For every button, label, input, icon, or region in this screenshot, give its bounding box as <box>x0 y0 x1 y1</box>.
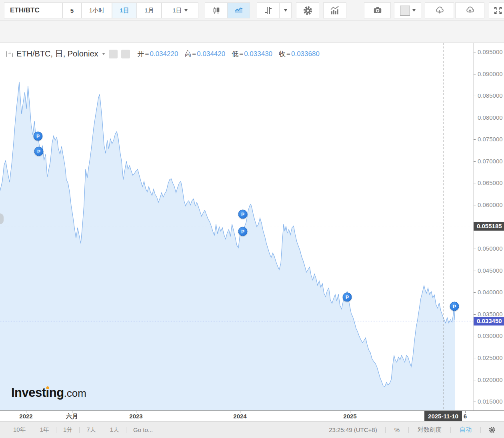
last-price-label: 0.033450 <box>474 317 504 325</box>
save-layout-button[interactable] <box>455 2 484 18</box>
interval-5-button[interactable]: 5 <box>62 2 82 18</box>
close-value: 0.033680 <box>291 50 320 58</box>
interval-1d-button[interactable]: 1日 <box>112 2 137 18</box>
fullscreen-icon <box>493 6 503 15</box>
position-marker[interactable]: P <box>450 302 459 311</box>
position-marker[interactable]: P <box>238 210 248 219</box>
price-axis-tick <box>474 183 476 183</box>
background-color-button[interactable] <box>394 2 421 18</box>
price-axis-tick <box>474 402 476 402</box>
ohlc-readout: 开=0.034220 高=0.034420 低=0.033430 收=0.033… <box>138 49 320 58</box>
price-axis-tick <box>474 292 476 293</box>
chevron-down-icon <box>184 9 188 12</box>
close-label: 收 <box>279 49 286 58</box>
price-tick-label: 0.040000 <box>478 289 503 295</box>
chevron-down-icon[interactable] <box>102 53 105 55</box>
chart-settings-button[interactable] <box>296 2 319 18</box>
price-axis-tick <box>474 74 476 74</box>
low-label: 低 <box>232 49 238 58</box>
chart-legend: ETH/BTC, 日, Poloniex 开=0.034220 高=0.0344… <box>6 48 320 59</box>
position-marker[interactable]: P <box>238 227 248 236</box>
interval-1m-button[interactable]: 1月 <box>137 2 162 18</box>
candlestick-chart-button[interactable] <box>205 2 228 18</box>
price-axis-tick <box>474 118 476 118</box>
scale-cluster: 23:25:49 (UTC+8) % 对数刻度 自动 <box>326 426 498 434</box>
price-axis-tick <box>474 139 476 140</box>
interval-custom-dropdown[interactable]: 1日 <box>162 2 198 18</box>
chevron-down-icon <box>412 9 416 12</box>
price-axis-tick <box>474 314 476 315</box>
interval-1h-button[interactable]: 1小时 <box>82 2 112 18</box>
go-to-date-button[interactable]: Go to... <box>126 425 160 435</box>
chart-pane[interactable]: ETH/BTC, 日, Poloniex 开=0.034220 高=0.0344… <box>0 43 473 410</box>
price-tick-label: 0.045000 <box>478 267 503 274</box>
price-axis-tick <box>474 380 476 380</box>
price-tick-label: 0.090000 <box>478 70 503 77</box>
top-toolbar: ETH/BTC 5 1小时 1日 1月 1日 <box>0 0 504 21</box>
drawing-toolbar <box>0 21 504 43</box>
price-tick-label: 0.080000 <box>478 114 503 121</box>
price-axis-tick <box>474 96 476 96</box>
log-scale-toggle[interactable]: 对数刻度 <box>414 426 445 434</box>
axis-settings-button[interactable] <box>486 426 498 434</box>
interval-dropdown-label: 1日 <box>172 7 182 14</box>
price-axis-tick <box>474 271 476 271</box>
low-value: 0.033430 <box>244 50 272 58</box>
price-tick-label: 0.025000 <box>478 354 503 361</box>
time-tick-label: 6 <box>464 413 467 420</box>
color-swatch <box>400 6 410 16</box>
time-tick-label: 2024 <box>233 413 246 420</box>
crosshair-price-label: 0.055185 <box>474 222 504 231</box>
series-settings-button[interactable] <box>121 50 130 58</box>
fullscreen-button[interactable] <box>489 2 504 18</box>
range-10y-button[interactable]: 10年 <box>6 425 33 435</box>
position-marker[interactable]: P <box>34 132 43 141</box>
symbol-button[interactable]: ETH/BTC <box>4 2 62 18</box>
price-tick-label: 0.070000 <box>478 158 503 165</box>
range-cluster: 10年 1年 1分 7天 1天 Go to... <box>6 425 160 435</box>
price-tick-label: 0.030000 <box>478 332 503 339</box>
time-tick-label: 2025 <box>343 413 356 420</box>
candlestick-icon <box>212 6 221 15</box>
auto-scale-toggle[interactable]: 自动 <box>456 426 475 434</box>
indicators-button[interactable] <box>323 2 346 18</box>
time-tick-label: 2022 <box>19 413 32 420</box>
gear-outline-icon <box>488 426 496 434</box>
clock-readout: 23:25:49 (UTC+8) <box>326 426 379 433</box>
gear-icon <box>6 48 14 56</box>
price-axis-tick <box>474 249 476 249</box>
toggle-visibility-button[interactable] <box>109 50 118 58</box>
investing-watermark: Investing.com <box>11 386 86 400</box>
screenshot-button[interactable] <box>364 2 391 18</box>
percent-scale-toggle[interactable]: % <box>391 426 403 433</box>
range-1y-button[interactable]: 1年 <box>33 425 56 435</box>
price-axis-tick <box>474 358 476 358</box>
position-marker[interactable]: P <box>34 147 44 156</box>
price-axis[interactable]: 0.0950000.0900000.0850000.0800000.075000… <box>473 43 504 410</box>
price-axis-tick <box>474 52 476 52</box>
price-axis-tick <box>474 336 476 336</box>
price-tick-label: 0.085000 <box>478 92 503 99</box>
cloud-download-icon <box>434 5 446 16</box>
chevron-down-icon <box>284 9 287 12</box>
time-axis[interactable]: 2022六月20232024202562025-11-10 <box>0 410 504 421</box>
range-1d-button[interactable]: 1天 <box>103 425 126 435</box>
indicators-icon <box>330 5 340 16</box>
high-label: 高 <box>184 49 191 58</box>
price-axis-tick <box>474 161 476 162</box>
range-1min-button[interactable]: 1分 <box>56 425 79 435</box>
load-layout-button[interactable] <box>425 2 454 18</box>
area-chart-icon <box>234 6 244 15</box>
price-chart-svg <box>0 43 473 410</box>
high-value: 0.034420 <box>197 50 225 58</box>
price-tick-label: 0.065000 <box>478 179 503 186</box>
area-chart-button[interactable] <box>227 2 250 18</box>
brand-text: Investing <box>11 386 64 400</box>
compare-dropdown-button[interactable] <box>279 2 292 18</box>
divider <box>480 427 481 433</box>
legend-title: ETH/BTC, 日, Poloniex <box>16 48 98 59</box>
position-marker[interactable]: P <box>343 293 352 302</box>
divider <box>408 427 409 433</box>
compare-button[interactable] <box>257 2 280 18</box>
range-7d-button[interactable]: 7天 <box>80 425 102 435</box>
